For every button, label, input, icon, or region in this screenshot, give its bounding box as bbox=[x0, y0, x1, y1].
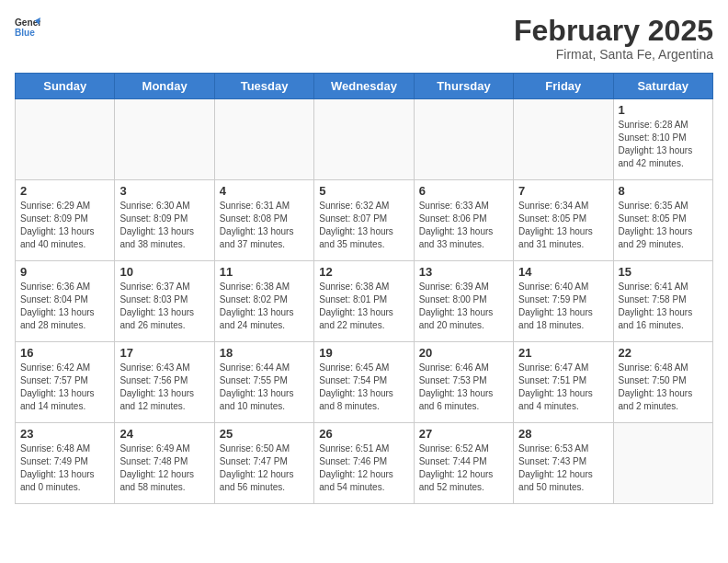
day-info: Sunrise: 6:41 AM Sunset: 7:58 PM Dayligh… bbox=[619, 281, 708, 332]
day-number: 4 bbox=[220, 184, 309, 198]
day-info: Sunrise: 6:33 AM Sunset: 8:06 PM Dayligh… bbox=[419, 200, 508, 251]
day-number: 21 bbox=[518, 346, 608, 360]
day-number: 12 bbox=[319, 265, 408, 279]
week-row-4: 16Sunrise: 6:42 AM Sunset: 7:57 PM Dayli… bbox=[16, 342, 713, 423]
svg-text:Blue: Blue bbox=[15, 28, 35, 38]
day-info: Sunrise: 6:46 AM Sunset: 7:53 PM Dayligh… bbox=[419, 362, 508, 413]
day-info: Sunrise: 6:38 AM Sunset: 8:01 PM Dayligh… bbox=[319, 281, 408, 332]
day-info: Sunrise: 6:34 AM Sunset: 8:05 PM Dayligh… bbox=[518, 200, 608, 251]
day-cell-26: 26Sunrise: 6:51 AM Sunset: 7:46 PM Dayli… bbox=[314, 423, 414, 504]
day-header-friday: Friday bbox=[514, 74, 613, 99]
calendar-title: February 2025 bbox=[514, 15, 713, 47]
day-cell-28: 28Sunrise: 6:53 AM Sunset: 7:43 PM Dayli… bbox=[514, 423, 613, 504]
svg-text:General: General bbox=[15, 17, 40, 28]
day-header-monday: Monday bbox=[115, 74, 214, 99]
week-row-3: 9Sunrise: 6:36 AM Sunset: 8:04 PM Daylig… bbox=[16, 261, 713, 342]
day-number: 13 bbox=[419, 265, 508, 279]
calendar-header-row: SundayMondayTuesdayWednesdayThursdayFrid… bbox=[16, 74, 713, 99]
day-info: Sunrise: 6:29 AM Sunset: 8:09 PM Dayligh… bbox=[20, 200, 109, 251]
day-number: 23 bbox=[20, 427, 109, 441]
empty-cell bbox=[514, 99, 613, 180]
day-number: 9 bbox=[20, 265, 109, 279]
empty-cell bbox=[16, 99, 115, 180]
day-header-wednesday: Wednesday bbox=[314, 74, 414, 99]
day-cell-24: 24Sunrise: 6:49 AM Sunset: 7:48 PM Dayli… bbox=[115, 423, 214, 504]
day-number: 18 bbox=[220, 346, 309, 360]
day-cell-20: 20Sunrise: 6:46 AM Sunset: 7:53 PM Dayli… bbox=[414, 342, 513, 423]
day-number: 7 bbox=[518, 184, 608, 198]
day-cell-4: 4Sunrise: 6:31 AM Sunset: 8:08 PM Daylig… bbox=[214, 180, 313, 261]
day-info: Sunrise: 6:43 AM Sunset: 7:56 PM Dayligh… bbox=[119, 362, 209, 413]
day-header-sunday: Sunday bbox=[16, 74, 115, 99]
day-info: Sunrise: 6:30 AM Sunset: 8:09 PM Dayligh… bbox=[119, 200, 209, 251]
day-cell-9: 9Sunrise: 6:36 AM Sunset: 8:04 PM Daylig… bbox=[16, 261, 115, 342]
day-number: 19 bbox=[319, 346, 408, 360]
page-header: General Blue February 2025 Firmat, Santa… bbox=[15, 15, 713, 62]
day-cell-23: 23Sunrise: 6:48 AM Sunset: 7:49 PM Dayli… bbox=[16, 423, 115, 504]
day-info: Sunrise: 6:50 AM Sunset: 7:47 PM Dayligh… bbox=[220, 442, 309, 494]
empty-cell bbox=[214, 99, 313, 180]
logo: General Blue bbox=[15, 15, 40, 40]
empty-cell bbox=[314, 99, 414, 180]
day-info: Sunrise: 6:28 AM Sunset: 8:10 PM Dayligh… bbox=[619, 119, 708, 170]
calendar-subtitle: Firmat, Santa Fe, Argentina bbox=[514, 47, 713, 62]
day-number: 14 bbox=[518, 265, 608, 279]
day-cell-25: 25Sunrise: 6:50 AM Sunset: 7:47 PM Dayli… bbox=[214, 423, 313, 504]
day-cell-15: 15Sunrise: 6:41 AM Sunset: 7:58 PM Dayli… bbox=[613, 261, 712, 342]
day-number: 26 bbox=[319, 427, 408, 441]
day-info: Sunrise: 6:39 AM Sunset: 8:00 PM Dayligh… bbox=[419, 281, 508, 332]
day-cell-17: 17Sunrise: 6:43 AM Sunset: 7:56 PM Dayli… bbox=[115, 342, 214, 423]
day-cell-18: 18Sunrise: 6:44 AM Sunset: 7:55 PM Dayli… bbox=[214, 342, 313, 423]
day-cell-21: 21Sunrise: 6:47 AM Sunset: 7:51 PM Dayli… bbox=[514, 342, 613, 423]
day-cell-22: 22Sunrise: 6:48 AM Sunset: 7:50 PM Dayli… bbox=[613, 342, 712, 423]
day-info: Sunrise: 6:31 AM Sunset: 8:08 PM Dayligh… bbox=[220, 200, 309, 251]
day-cell-10: 10Sunrise: 6:37 AM Sunset: 8:03 PM Dayli… bbox=[115, 261, 214, 342]
day-cell-13: 13Sunrise: 6:39 AM Sunset: 8:00 PM Dayli… bbox=[414, 261, 513, 342]
day-cell-27: 27Sunrise: 6:52 AM Sunset: 7:44 PM Dayli… bbox=[414, 423, 513, 504]
day-number: 2 bbox=[20, 184, 109, 198]
empty-cell bbox=[115, 99, 214, 180]
day-number: 1 bbox=[619, 103, 708, 117]
day-info: Sunrise: 6:38 AM Sunset: 8:02 PM Dayligh… bbox=[220, 281, 309, 332]
day-info: Sunrise: 6:49 AM Sunset: 7:48 PM Dayligh… bbox=[119, 442, 209, 494]
day-info: Sunrise: 6:52 AM Sunset: 7:44 PM Dayligh… bbox=[419, 442, 508, 494]
day-number: 8 bbox=[619, 184, 708, 198]
week-row-1: 1Sunrise: 6:28 AM Sunset: 8:10 PM Daylig… bbox=[16, 99, 713, 180]
day-cell-14: 14Sunrise: 6:40 AM Sunset: 7:59 PM Dayli… bbox=[514, 261, 613, 342]
day-number: 15 bbox=[619, 265, 708, 279]
day-number: 6 bbox=[419, 184, 508, 198]
day-info: Sunrise: 6:36 AM Sunset: 8:04 PM Dayligh… bbox=[20, 281, 109, 332]
day-info: Sunrise: 6:48 AM Sunset: 7:49 PM Dayligh… bbox=[20, 442, 109, 494]
logo-icon: General Blue bbox=[15, 15, 40, 40]
day-info: Sunrise: 6:42 AM Sunset: 7:57 PM Dayligh… bbox=[20, 362, 109, 413]
day-cell-5: 5Sunrise: 6:32 AM Sunset: 8:07 PM Daylig… bbox=[314, 180, 414, 261]
day-cell-2: 2Sunrise: 6:29 AM Sunset: 8:09 PM Daylig… bbox=[16, 180, 115, 261]
empty-cell bbox=[414, 99, 513, 180]
day-cell-8: 8Sunrise: 6:35 AM Sunset: 8:05 PM Daylig… bbox=[613, 180, 712, 261]
day-cell-1: 1Sunrise: 6:28 AM Sunset: 8:10 PM Daylig… bbox=[613, 99, 712, 180]
day-info: Sunrise: 6:35 AM Sunset: 8:05 PM Dayligh… bbox=[619, 200, 708, 251]
day-number: 25 bbox=[220, 427, 309, 441]
day-info: Sunrise: 6:37 AM Sunset: 8:03 PM Dayligh… bbox=[119, 281, 209, 332]
week-row-2: 2Sunrise: 6:29 AM Sunset: 8:09 PM Daylig… bbox=[16, 180, 713, 261]
week-row-5: 23Sunrise: 6:48 AM Sunset: 7:49 PM Dayli… bbox=[16, 423, 713, 504]
day-info: Sunrise: 6:45 AM Sunset: 7:54 PM Dayligh… bbox=[319, 362, 408, 413]
day-info: Sunrise: 6:40 AM Sunset: 7:59 PM Dayligh… bbox=[518, 281, 608, 332]
day-number: 27 bbox=[419, 427, 508, 441]
day-cell-19: 19Sunrise: 6:45 AM Sunset: 7:54 PM Dayli… bbox=[314, 342, 414, 423]
day-number: 20 bbox=[419, 346, 508, 360]
day-number: 16 bbox=[20, 346, 109, 360]
day-number: 10 bbox=[119, 265, 209, 279]
day-cell-11: 11Sunrise: 6:38 AM Sunset: 8:02 PM Dayli… bbox=[214, 261, 313, 342]
day-number: 17 bbox=[119, 346, 209, 360]
day-header-tuesday: Tuesday bbox=[214, 74, 313, 99]
day-info: Sunrise: 6:48 AM Sunset: 7:50 PM Dayligh… bbox=[619, 362, 708, 413]
day-number: 28 bbox=[518, 427, 608, 441]
day-header-thursday: Thursday bbox=[414, 74, 513, 99]
day-cell-3: 3Sunrise: 6:30 AM Sunset: 8:09 PM Daylig… bbox=[115, 180, 214, 261]
title-area: February 2025 Firmat, Santa Fe, Argentin… bbox=[514, 15, 713, 62]
day-number: 24 bbox=[119, 427, 209, 441]
empty-cell bbox=[613, 423, 712, 504]
day-header-saturday: Saturday bbox=[613, 74, 712, 99]
day-info: Sunrise: 6:53 AM Sunset: 7:43 PM Dayligh… bbox=[518, 442, 608, 494]
